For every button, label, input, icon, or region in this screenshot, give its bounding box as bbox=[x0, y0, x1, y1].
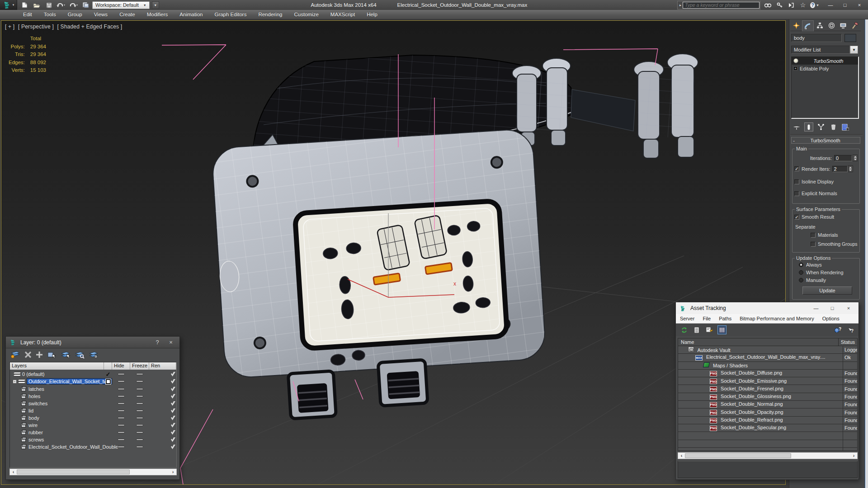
asset-row-opacity[interactable]: PNG Socket_Double_Opacity.png Found bbox=[678, 408, 857, 416]
menu-modifiers[interactable]: Modifiers bbox=[141, 10, 174, 19]
tab-motion[interactable] bbox=[826, 20, 837, 31]
viewport-menu-general[interactable]: [ + ] bbox=[5, 23, 14, 30]
freeze-toggle[interactable] bbox=[136, 417, 143, 419]
asset-tracking-titlebar[interactable]: Asset Tracking — □ × bbox=[676, 302, 859, 314]
freeze-toggle[interactable] bbox=[136, 373, 143, 375]
tab-create[interactable] bbox=[790, 20, 802, 31]
edit-paths-button[interactable] bbox=[705, 325, 714, 334]
menu-edit[interactable]: Edit bbox=[17, 10, 38, 19]
layer-panel-help-button[interactable]: ? bbox=[152, 339, 162, 346]
asset-row-maps-shaders[interactable]: Maps / Shaders bbox=[678, 362, 857, 370]
hide-toggle[interactable] bbox=[118, 410, 125, 412]
hide-toggle[interactable] bbox=[118, 388, 125, 390]
column-layers[interactable]: Layers bbox=[10, 362, 104, 370]
hide-toggle[interactable] bbox=[118, 395, 125, 397]
menu-help[interactable]: Help bbox=[361, 10, 383, 19]
column-hide[interactable]: Hide bbox=[112, 362, 130, 370]
at-close-button[interactable]: × bbox=[842, 305, 855, 311]
rollout-collapse-icon[interactable]: - bbox=[792, 138, 796, 143]
object-name-field[interactable]: body bbox=[791, 34, 842, 42]
highlight-selected-layer-icon[interactable] bbox=[75, 351, 85, 359]
asset-row-diffuse[interactable]: PNG Socket_Double_Diffuse.png Found bbox=[678, 370, 857, 377]
viewport-menu-pov[interactable]: [ Perspective ] bbox=[18, 23, 54, 30]
freeze-toggle[interactable] bbox=[136, 410, 143, 412]
search-toggle-icon[interactable]: ▸ bbox=[678, 3, 683, 7]
menu-file[interactable]: File bbox=[698, 316, 715, 321]
render-toggle-icon[interactable] bbox=[171, 372, 175, 376]
workspace-dropdown[interactable]: Workspace: Default ▼ bbox=[92, 1, 150, 9]
menu-group[interactable]: Group bbox=[62, 10, 88, 19]
render-toggle-icon[interactable] bbox=[171, 387, 175, 391]
layer-panel-close-button[interactable]: × bbox=[166, 339, 176, 346]
render-toggle-icon[interactable] bbox=[171, 437, 175, 442]
menu-views[interactable]: Views bbox=[88, 10, 113, 19]
search-input[interactable] bbox=[683, 2, 760, 9]
layer-panel-hscrollbar[interactable]: ‹ › bbox=[9, 469, 177, 475]
column-name[interactable]: Name bbox=[678, 338, 839, 346]
hide-toggle[interactable] bbox=[118, 439, 125, 441]
scrollbar-thumb[interactable] bbox=[685, 453, 791, 458]
create-new-layer-icon[interactable] bbox=[10, 351, 20, 359]
smoothing-groups-checkbox[interactable] bbox=[811, 242, 816, 247]
collapse-icon[interactable]: - bbox=[13, 380, 17, 384]
close-button[interactable]: × bbox=[853, 1, 866, 9]
menu-options[interactable]: Options bbox=[818, 316, 844, 321]
modifier-list-arrow[interactable]: ▼ bbox=[850, 46, 858, 54]
delete-layer-icon[interactable] bbox=[24, 351, 32, 358]
freeze-toggle[interactable] bbox=[136, 424, 143, 426]
render-toggle-icon[interactable] bbox=[171, 430, 175, 435]
when-rendering-radio[interactable] bbox=[799, 270, 803, 275]
asset-row-normal[interactable]: PNG Socket_Double_Normal.png Found bbox=[678, 401, 857, 408]
asset-row-fresnel[interactable]: PNG Socket_Double_Fresnel.png Found bbox=[678, 385, 857, 393]
tab-modify[interactable] bbox=[802, 20, 814, 31]
render-toggle-icon[interactable] bbox=[171, 416, 175, 420]
asset-row-maxfile[interactable]: MAX Electrical_Socket_Outdoor_Wall_Doubl… bbox=[678, 354, 857, 361]
asset-row-specular[interactable]: PNG Socket_Double_Specular.png Found bbox=[678, 424, 857, 432]
menu-paths[interactable]: Paths bbox=[715, 316, 736, 321]
maximize-button[interactable]: □ bbox=[838, 1, 852, 9]
hide-toggle[interactable] bbox=[118, 446, 125, 448]
freeze-toggle[interactable] bbox=[136, 432, 143, 433]
menu-bitmap-performance[interactable]: Bitmap Performance and Memory bbox=[736, 316, 818, 321]
subscription-button[interactable] bbox=[775, 1, 784, 9]
report-view-button[interactable] bbox=[692, 325, 701, 334]
object-row-latches[interactable]: latches bbox=[10, 385, 176, 393]
render-toggle-icon[interactable] bbox=[171, 408, 175, 413]
render-toggle-icon[interactable] bbox=[171, 394, 175, 399]
at-maximize-button[interactable]: □ bbox=[826, 305, 839, 311]
show-end-result-button[interactable] bbox=[804, 122, 813, 131]
table-view-button[interactable] bbox=[717, 325, 726, 334]
scroll-left-icon[interactable]: ‹ bbox=[10, 469, 17, 475]
help-button[interactable]: ? ▼ bbox=[810, 1, 819, 9]
modifier-list-dropdown[interactable]: Modifier List bbox=[791, 46, 850, 54]
layer-row-default[interactable]: 0 (default) ✓ bbox=[10, 371, 176, 378]
pin-stack-button[interactable] bbox=[792, 122, 801, 131]
hide-toggle[interactable] bbox=[118, 432, 125, 433]
command-panel-scrollbar[interactable] bbox=[865, 19, 868, 488]
toolbar-flyout-button[interactable]: ▼ bbox=[152, 1, 159, 9]
render-toggle-icon[interactable] bbox=[171, 445, 175, 449]
object-row-screws[interactable]: screws bbox=[10, 436, 176, 443]
current-layer-check-icon[interactable]: ✓ bbox=[104, 371, 112, 378]
layer-row-socket-two[interactable]: - Outdoor_Electrical_Wall_Socket_two bbox=[10, 378, 176, 385]
refresh-button[interactable] bbox=[679, 325, 689, 334]
scroll-left-icon[interactable]: ‹ bbox=[678, 453, 685, 459]
iterations-spinbox[interactable]: 0 bbox=[834, 155, 852, 161]
freeze-toggle[interactable] bbox=[136, 439, 143, 441]
remove-modifier-button[interactable] bbox=[829, 122, 838, 131]
render-iters-checkbox[interactable]: ✓ bbox=[794, 166, 799, 171]
set-current-checkbox[interactable] bbox=[106, 379, 111, 384]
freeze-toggle[interactable] bbox=[136, 403, 143, 404]
redo-button[interactable] bbox=[68, 1, 79, 9]
render-iters-spinbox[interactable]: 2 bbox=[832, 166, 848, 172]
object-row-rubber[interactable]: rubber bbox=[10, 429, 176, 436]
stack-entry-editable-poly[interactable]: + Editable Poly bbox=[792, 65, 858, 72]
hide-toggle[interactable] bbox=[118, 403, 125, 404]
render-toggle-icon[interactable] bbox=[171, 379, 175, 384]
viewport-menu-shading[interactable]: [ Shaded + Edged Faces ] bbox=[57, 23, 122, 30]
freeze-toggle[interactable] bbox=[136, 446, 143, 448]
layer-properties-icon[interactable] bbox=[89, 351, 99, 359]
tab-hierarchy[interactable] bbox=[814, 20, 826, 31]
menu-animation[interactable]: Animation bbox=[174, 10, 208, 19]
hide-toggle[interactable] bbox=[118, 380, 125, 382]
